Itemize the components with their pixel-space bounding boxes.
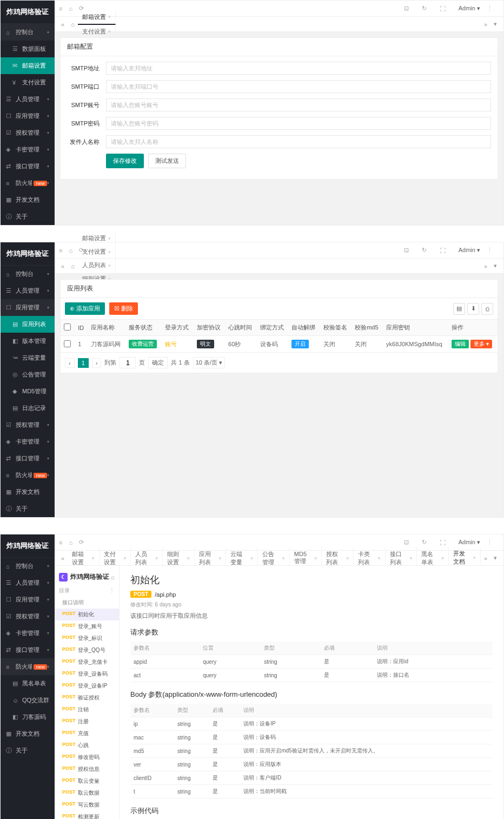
menu-icon[interactable]: ≡: [59, 247, 62, 254]
sidebar-item[interactable]: ☐应用管理▾: [1, 591, 55, 608]
sidebar-item[interactable]: ¥支付设置: [1, 74, 55, 91]
close-icon[interactable]: ×: [282, 556, 285, 561]
tabs-next-icon[interactable]: »: [481, 263, 490, 269]
sidebar-item[interactable]: ☺QQ交流群: [1, 692, 55, 709]
sidebar-item[interactable]: ≡防火墙new▾: [1, 658, 55, 675]
expand-icon[interactable]: ⛶: [440, 5, 446, 12]
pager-next[interactable]: ›: [92, 358, 102, 368]
pager-prev[interactable]: ‹: [65, 358, 75, 368]
pager-pagesize[interactable]: 10 条/页 ▾: [193, 357, 225, 368]
docs-link[interactable]: POST登录_设备码: [55, 668, 119, 680]
close-icon[interactable]: ×: [473, 555, 476, 560]
print-icon[interactable]: ⎙: [481, 303, 493, 315]
tabs-next-icon[interactable]: »: [481, 21, 490, 28]
delete-button[interactable]: ☒ 删除: [109, 302, 138, 315]
tabs-dropdown-icon[interactable]: ▾: [490, 262, 500, 269]
pager-confirm[interactable]: 确定: [148, 357, 168, 368]
sidebar-item[interactable]: ≡防火墙new▾: [1, 175, 55, 191]
close-icon[interactable]: ×: [108, 263, 111, 268]
close-icon[interactable]: ×: [441, 556, 444, 561]
close-icon[interactable]: ×: [108, 249, 111, 255]
sidebar-item[interactable]: ≡防火墙new▾: [1, 467, 55, 484]
menu-icon[interactable]: ≡: [59, 5, 62, 12]
tool2-icon[interactable]: ↻: [422, 539, 427, 546]
refresh-icon[interactable]: ⟳: [79, 5, 84, 12]
close-icon[interactable]: ×: [155, 556, 158, 561]
tool1-icon[interactable]: ⊡: [404, 5, 409, 12]
sidebar-item[interactable]: ☰人员管理▾: [1, 282, 55, 299]
sidebar-item[interactable]: ▦开发文档: [1, 191, 55, 208]
docs-link[interactable]: POST取云变量: [55, 775, 119, 787]
admin-menu[interactable]: Admin ▾: [459, 5, 480, 12]
docs-link[interactable]: POST登录_设备IP: [55, 680, 119, 692]
sidebar-item[interactable]: ☑授权管理▾: [1, 417, 55, 433]
form-input[interactable]: [106, 98, 491, 111]
refresh-icon[interactable]: ⟳: [79, 247, 84, 254]
docs-link[interactable]: POST修改密码: [55, 751, 119, 763]
save-button[interactable]: 保存修改: [106, 154, 144, 168]
sidebar-item[interactable]: ▤应用列表: [1, 316, 55, 333]
docs-link[interactable]: POST注销: [55, 704, 119, 716]
tabs-prev-icon[interactable]: «: [58, 555, 68, 562]
more-icon[interactable]: ⋮: [487, 5, 493, 12]
docs-link[interactable]: POST登录_账号: [55, 620, 119, 632]
tool1-icon[interactable]: ⊡: [404, 539, 409, 546]
sidebar-item[interactable]: ◈卡密管理▾: [1, 625, 55, 642]
tool2-icon[interactable]: ↻: [422, 247, 427, 254]
edit-button[interactable]: 编辑: [452, 340, 469, 348]
close-icon[interactable]: ×: [250, 556, 253, 561]
select-all-checkbox[interactable]: [64, 323, 71, 331]
sidebar-item[interactable]: ▦开发文档: [1, 725, 55, 742]
sidebar-item[interactable]: ☰人员管理▾: [1, 574, 55, 591]
sidebar-item[interactable]: ◧版本管理: [1, 333, 55, 349]
sidebar-item[interactable]: ⓘ关于: [1, 742, 55, 759]
docs-link[interactable]: POST心跳: [55, 739, 119, 751]
tab[interactable]: 邮箱设置×: [78, 10, 116, 25]
docs-group[interactable]: 接口说明: [55, 597, 119, 609]
tabs-dropdown-icon[interactable]: ▾: [490, 554, 500, 562]
menu-icon[interactable]: ≡: [59, 539, 62, 546]
form-input[interactable]: [106, 117, 491, 130]
sidebar-item[interactable]: ◈卡密管理▾: [1, 141, 55, 158]
sidebar-item[interactable]: ☰数据面板: [1, 41, 55, 57]
docs-link[interactable]: POST写云数据: [55, 799, 119, 811]
docs-link[interactable]: POST检测更新: [55, 811, 119, 819]
sidebar-item[interactable]: ≔云端变量: [1, 349, 55, 366]
tabs-home-icon[interactable]: ⌂: [68, 21, 78, 28]
expand-icon[interactable]: ⛶: [440, 247, 446, 254]
sidebar-item[interactable]: ▤日志记录: [1, 400, 55, 417]
pager-page-1[interactable]: 1: [78, 358, 89, 368]
row-checkbox[interactable]: [64, 340, 71, 347]
export-icon[interactable]: ⬇: [467, 303, 479, 315]
sidebar-item[interactable]: ◧刀客源码: [1, 709, 55, 725]
sidebar-item[interactable]: ☐应用管理▾: [1, 299, 55, 316]
sidebar-item[interactable]: ⇄接口管理▾: [1, 450, 55, 467]
refresh-icon[interactable]: ⟳: [79, 539, 84, 546]
sidebar-item[interactable]: ◎公告管理: [1, 366, 55, 383]
home-icon[interactable]: ⌂: [69, 5, 72, 12]
form-input[interactable]: [106, 80, 491, 93]
more-icon[interactable]: ⋮: [487, 539, 493, 546]
docs-link[interactable]: POST登录_标识: [55, 632, 119, 644]
docs-cat-more-icon[interactable]: ⋮: [109, 587, 115, 595]
sidebar-item[interactable]: ⓘ关于: [1, 208, 55, 225]
admin-menu[interactable]: Admin ▾: [459, 539, 480, 546]
sidebar-item[interactable]: ✉邮箱设置: [1, 57, 55, 74]
home-icon[interactable]: ⌂: [69, 247, 72, 254]
sidebar-item[interactable]: ☰人员管理▾: [1, 91, 55, 108]
docs-link[interactable]: POST授权信息: [55, 763, 119, 775]
form-input[interactable]: [106, 62, 491, 75]
tool1-icon[interactable]: ⊡: [404, 247, 409, 254]
docs-search-icon[interactable]: ⌕: [111, 573, 115, 581]
sidebar-item[interactable]: ⇄接口管理▾: [1, 158, 55, 175]
tabs-home-icon[interactable]: ⌂: [68, 263, 78, 269]
docs-link[interactable]: POST取云数据: [55, 787, 119, 799]
close-icon[interactable]: ×: [92, 556, 95, 561]
close-icon[interactable]: ×: [378, 556, 381, 561]
close-icon[interactable]: ×: [108, 14, 111, 19]
tabs-prev-icon[interactable]: «: [58, 21, 68, 28]
tabs-prev-icon[interactable]: «: [58, 263, 68, 269]
close-icon[interactable]: ×: [314, 556, 317, 561]
docs-link[interactable]: POST初始化: [55, 609, 119, 620]
sidebar-item[interactable]: ◆MD5管理: [1, 383, 55, 400]
